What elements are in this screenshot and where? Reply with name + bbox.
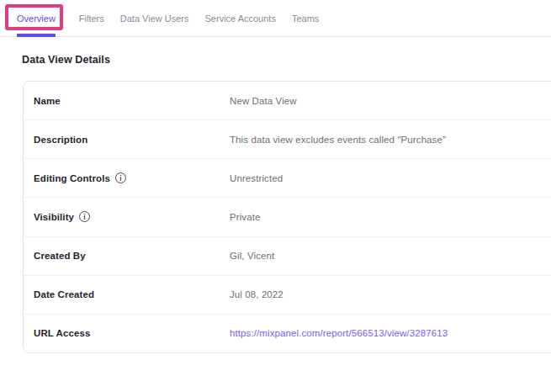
detail-row-created-by: Created By Gil, Vicent	[24, 236, 551, 275]
details-card: Name New Data View Description This data…	[23, 81, 551, 353]
detail-label-text: Created By	[34, 251, 86, 261]
detail-label: Created By	[34, 251, 230, 261]
tab-filters[interactable]: Filters	[79, 0, 104, 36]
tab-service-accounts-label: Service Accounts	[205, 13, 276, 24]
detail-label: Name	[34, 96, 230, 106]
tab-service-accounts[interactable]: Service Accounts	[205, 0, 276, 36]
info-icon[interactable]: i	[115, 172, 126, 183]
detail-row-visibility: Visibility i Private	[24, 197, 551, 236]
detail-row-editing-controls: Editing Controls i Unrestricted	[24, 158, 551, 197]
detail-value: Private	[230, 212, 261, 222]
tab-overview-label: Overview	[17, 13, 56, 24]
detail-value: Gil, Vicent	[230, 251, 274, 261]
detail-label-text: Description	[34, 135, 87, 145]
detail-row-name: Name New Data View	[24, 82, 551, 119]
detail-label: Editing Controls i	[34, 172, 230, 183]
tab-bar: Overview Filters Data View Users Service…	[0, 0, 551, 37]
detail-label: URL Access	[34, 328, 230, 338]
detail-label: Description	[34, 135, 230, 145]
detail-label-text: Visibility	[34, 212, 74, 222]
data-view-settings-screen: Overview Filters Data View Users Service…	[0, 0, 551, 392]
detail-row-url-access: URL Access https://mixpanel.com/report/5…	[24, 314, 551, 352]
section-title: Data View Details	[22, 54, 110, 66]
detail-row-date-created: Date Created Jul 08, 2022	[24, 275, 551, 314]
detail-label: Date Created	[34, 289, 230, 299]
detail-value: Jul 08, 2022	[230, 289, 283, 299]
tab-data-view-users[interactable]: Data View Users	[120, 0, 189, 36]
detail-value: Unrestricted	[230, 173, 283, 183]
tab-data-view-users-label: Data View Users	[120, 13, 189, 24]
detail-value: New Data View	[230, 96, 297, 106]
detail-label-text: Name	[34, 96, 61, 106]
detail-label-text: URL Access	[34, 328, 90, 338]
detail-row-description: Description This data view excludes even…	[24, 119, 551, 158]
tab-filters-label: Filters	[79, 13, 104, 24]
detail-label-text: Editing Controls	[34, 173, 110, 183]
detail-value: This data view excludes events called "P…	[230, 135, 446, 145]
url-access-link[interactable]: https://mixpanel.com/report/566513/view/…	[230, 328, 448, 338]
info-icon[interactable]: i	[79, 211, 90, 222]
tab-teams[interactable]: Teams	[292, 0, 319, 36]
tab-overview[interactable]: Overview	[17, 0, 56, 36]
active-tab-underline	[17, 34, 56, 37]
detail-label: Visibility i	[34, 211, 230, 222]
tab-teams-label: Teams	[292, 13, 319, 24]
detail-label-text: Date Created	[34, 289, 94, 299]
